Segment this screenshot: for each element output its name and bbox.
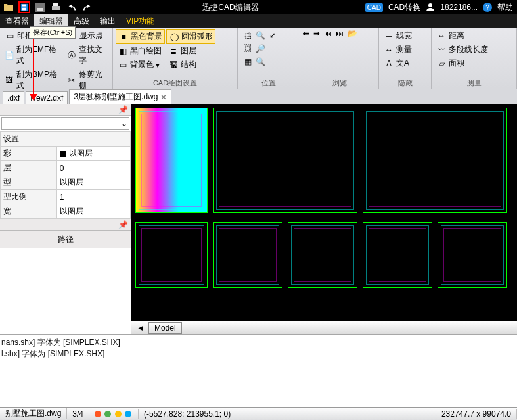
save-icon[interactable] xyxy=(18,1,30,13)
prop-layer[interactable]: 0 xyxy=(56,161,130,175)
pos-b2[interactable]: ⿴🔎 xyxy=(240,42,280,55)
redo-icon[interactable] xyxy=(81,1,93,13)
smooth-arc-button[interactable]: ◯圆滑弧形 xyxy=(166,29,215,44)
polyline-len-button[interactable]: 〰多段线长度 xyxy=(434,43,490,57)
measure-hide-button[interactable]: ↔测量 xyxy=(382,43,414,57)
nav-first-icon[interactable]: ⏮ xyxy=(324,29,332,38)
log-line: l.shx] 字体为 [SIMPLEX.SHX] xyxy=(1,348,516,360)
bg-color-button[interactable]: ▭背景色 ▾ xyxy=(116,58,165,72)
app-title: 迅捷CAD编辑器 xyxy=(96,2,365,13)
properties-panel: 📌 ⌄ 设置 彩以图层 层0 型以图层 型比例1 宽以图层 📌 路径 xyxy=(0,104,131,334)
group-measure-caption: 测量 xyxy=(432,78,516,89)
cad-convert-button[interactable]: CAD转换 xyxy=(388,2,420,13)
find-text-button[interactable]: Ⓐ查找文字 xyxy=(65,43,110,68)
lineweight-button[interactable]: ─线宽 xyxy=(382,29,414,43)
log-line: nans.shx] 字体为 [SIMPLEX.SHX] xyxy=(1,337,516,348)
status-bar: 别墅施工图.dwg 3/4 (-5527.828; 213955.1; 0) 2… xyxy=(0,407,517,420)
svg-rect-1 xyxy=(22,8,26,11)
doc-tab-2[interactable]: 3层独栋别墅施工图.dwg ✕ xyxy=(69,89,171,104)
nav-right-icon[interactable]: ➡ xyxy=(313,29,320,38)
print-icon[interactable] xyxy=(50,1,62,13)
model-tab[interactable]: Model xyxy=(148,322,182,334)
status-coords: (-5527.828; 213955.1; 0) xyxy=(139,409,236,419)
nav-folder-icon[interactable]: 📂 xyxy=(348,29,357,38)
layers-button[interactable]: ≣图层 xyxy=(166,44,215,58)
user-label[interactable]: 1822186... xyxy=(440,3,478,12)
main-area: 📌 ⌄ 设置 彩以图层 层0 型以图层 型比例1 宽以图层 📌 路径 xyxy=(0,104,517,334)
group-browse-caption: 浏览 xyxy=(300,78,378,89)
status-page: 3/4 xyxy=(67,409,89,419)
pos-b3[interactable]: ▦🔍 xyxy=(240,55,280,68)
drawing-canvas[interactable] xyxy=(131,104,517,321)
pos-b1[interactable]: ⿻🔍⤢ xyxy=(240,29,280,42)
pin-icon[interactable]: 📌 xyxy=(118,105,128,114)
chevron-down-icon: ⌄ xyxy=(121,119,127,128)
text-hide-button[interactable]: A文A xyxy=(382,57,414,70)
menu-strip: 查看器 编辑器 高级 输出 VIP功能 xyxy=(0,14,517,28)
tab-vip[interactable]: VIP功能 xyxy=(121,14,160,28)
tab-advanced[interactable]: 高级 xyxy=(68,14,95,28)
save-as-icon[interactable] xyxy=(34,1,46,13)
group-hide-caption: 隐藏 xyxy=(379,78,431,89)
prop-lineweight[interactable]: 以图层 xyxy=(56,204,130,219)
selection-dropdown[interactable]: ⌄ xyxy=(1,117,129,130)
black-bg-button[interactable]: ■黑色背景 xyxy=(116,29,165,44)
tab-prev-icon[interactable]: ◄ xyxy=(137,323,145,333)
pin-icon[interactable]: 📌 xyxy=(118,220,128,229)
prop-linetype[interactable]: 以图层 xyxy=(56,175,130,190)
svg-rect-4 xyxy=(37,8,43,11)
doc-tab-0[interactable]: .dxf xyxy=(3,91,24,104)
status-indicators xyxy=(89,409,139,419)
save-tooltip: 保存(Ctrl+S) xyxy=(30,26,76,39)
structure-button[interactable]: 🏗结构 xyxy=(166,58,215,72)
paths-header: 路径 xyxy=(0,231,131,248)
nav-left-icon[interactable]: ⬅ xyxy=(303,29,309,38)
user-icon xyxy=(426,2,435,13)
props-section: 设置 xyxy=(1,132,131,147)
group-cad-caption: CAD绘图设置 xyxy=(113,78,237,89)
folder-open-icon[interactable] xyxy=(3,1,14,13)
help-button[interactable]: 帮助 xyxy=(497,2,513,13)
tab-viewer[interactable]: 查看器 xyxy=(0,14,34,28)
nav-last-icon[interactable]: ⏭ xyxy=(336,29,344,38)
close-icon[interactable]: ✕ xyxy=(160,93,167,102)
chevron-down-icon: ▾ xyxy=(156,60,160,70)
help-icon: ? xyxy=(483,3,492,12)
bw-draw-button[interactable]: ◧黑白绘图 xyxy=(116,44,165,58)
svg-rect-2 xyxy=(22,5,26,7)
title-bar: 迅捷CAD编辑器 CAD CAD转换 1822186... ? 帮助 xyxy=(0,0,517,14)
tab-output[interactable]: 输出 xyxy=(95,14,121,28)
prop-ltscale[interactable]: 1 xyxy=(56,190,130,204)
annotation-arrow-icon xyxy=(33,36,34,95)
model-tab-bar: ◄ Model xyxy=(131,321,517,334)
svg-point-7 xyxy=(428,3,432,7)
svg-rect-6 xyxy=(53,3,58,6)
ribbon: ▭印框架 📄刮为EMF格式 🖼刮为BMP格式 ⦿显示点 Ⓐ查找文字 ✂修剪光栅 … xyxy=(0,28,517,89)
document-tabs: .dxf New2.dxf 3层独栋别墅施工图.dwg ✕ xyxy=(0,89,517,104)
group-pos-caption: 位置 xyxy=(238,78,300,89)
command-log: nans.shx] 字体为 [SIMPLEX.SHX] l.shx] 字体为 [… xyxy=(0,334,517,371)
distance-button[interactable]: ↔距离 xyxy=(434,29,490,43)
undo-icon[interactable] xyxy=(66,1,78,13)
area-button[interactable]: ▱面积 xyxy=(434,57,490,70)
cad-badge-icon: CAD xyxy=(365,3,383,12)
prop-color[interactable]: 以图层 xyxy=(56,147,130,161)
svg-rect-5 xyxy=(52,6,60,10)
status-extent: 232747.7 x 99074.0 xyxy=(436,409,517,419)
status-filename: 别墅施工图.dwg xyxy=(0,408,67,419)
tab-editor[interactable]: 编辑器 xyxy=(34,14,68,28)
